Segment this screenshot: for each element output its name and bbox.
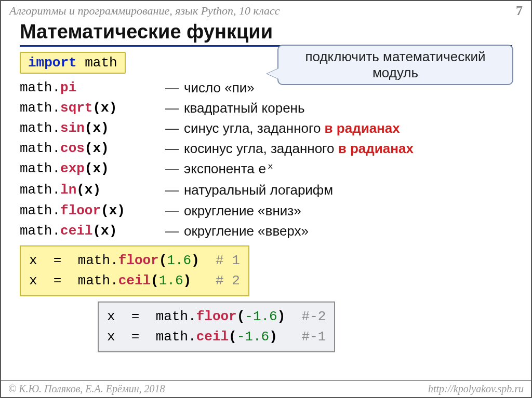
table-row: math.exp(x) —экспонента eˣ: [20, 160, 512, 179]
table-row: math.ln(x) —натуральный логарифм: [20, 181, 512, 199]
function-table: math.pi —число «пи» math.sqrt(x) —квадра…: [20, 79, 512, 240]
slide-title: Математические функции: [20, 21, 512, 47]
example-negative: x = math.floor(-1.6) #-2 x = math.ceil(-…: [98, 301, 335, 352]
table-row: math.sqrt(x) —квадратный корень: [20, 99, 512, 117]
code-line: x = math.ceil(1.6) # 2: [29, 271, 240, 291]
top-bar: Алгоритмы и программирование, язык Pytho…: [1, 1, 531, 19]
import-box: import math: [20, 52, 126, 74]
code-line: x = math.floor(-1.6) #-2: [107, 307, 326, 327]
import-module: math: [85, 55, 117, 71]
example-positive: x = math.floor(1.6) # 1 x = math.ceil(1.…: [20, 245, 249, 296]
table-row: math.cos(x) —косинус угла, заданного в р…: [20, 140, 512, 158]
copyright: © К.Ю. Поляков, Е.А. Ерёмин, 2018: [8, 383, 165, 395]
code-line: x = math.floor(1.6) # 1: [29, 251, 240, 271]
table-row: math.pi —число «пи»: [20, 79, 512, 97]
footer-url: http://kpolyakov.spb.ru: [428, 383, 524, 395]
code-line: x = math.ceil(-1.6) #-1: [107, 327, 326, 347]
table-row: math.sin(x) —синус угла, заданного в рад…: [20, 119, 512, 138]
slide: Алгоритмы и программирование, язык Pytho…: [0, 0, 532, 398]
table-row: math.floor(x) —округление «вниз»: [20, 202, 512, 220]
page-number: 7: [516, 3, 523, 19]
content: import math math.pi —число «пи» math.sqr…: [1, 47, 531, 352]
kw-import: import: [28, 55, 77, 71]
table-row: math.ceil(x) —округление «вверх»: [20, 222, 512, 240]
subject-line: Алгоритмы и программирование, язык Pytho…: [9, 4, 280, 18]
footer: © К.Ю. Поляков, Е.А. Ерёмин, 2018 http:/…: [1, 380, 531, 397]
